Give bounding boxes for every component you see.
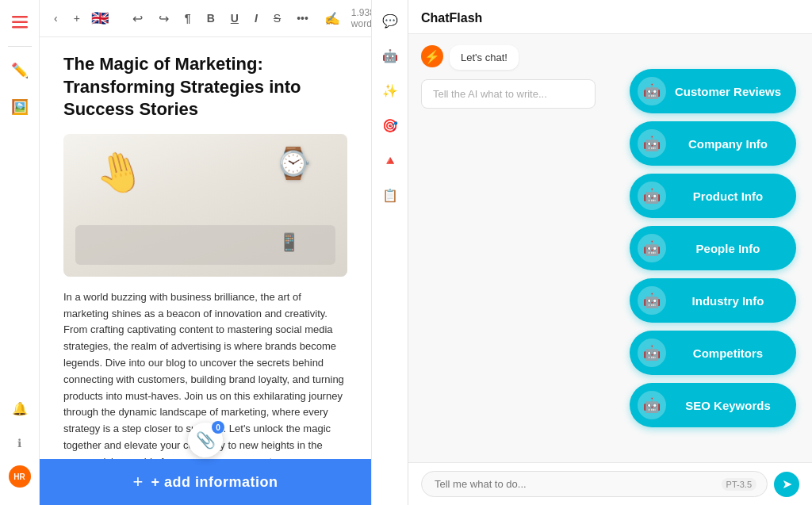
image-icon[interactable]: 🖼️ bbox=[7, 94, 33, 120]
pill-industry-info[interactable]: 🤖 Industry Info bbox=[630, 278, 796, 323]
chat-message-greeting: ⚡ Let's chat! bbox=[421, 45, 799, 70]
attachment-badge[interactable]: 📎 bbox=[188, 423, 223, 457]
more-options-button[interactable]: ••• bbox=[292, 9, 313, 28]
chatflash-title: ChatFlash bbox=[421, 11, 482, 25]
editor-toolbar: ‹ + 🇬🇧 ↩ ↪ ¶ B U I S ••• ✍ 1.938 words ⬇… bbox=[40, 0, 371, 37]
pill-customer-reviews[interactable]: 🤖 Customer Reviews bbox=[630, 69, 796, 113]
chat-area: ⚡ Let's chat! Tell the AI what to write.… bbox=[408, 34, 812, 462]
add-information-bar[interactable]: + + add information bbox=[40, 459, 371, 505]
cursor-icon[interactable]: 🎯 bbox=[377, 113, 403, 138]
redo-button[interactable]: ↪ bbox=[154, 8, 174, 29]
format-button[interactable]: ✍ bbox=[320, 8, 345, 29]
pill-label-0: Customer Reviews bbox=[674, 85, 782, 98]
add-tab-button[interactable]: + bbox=[69, 9, 85, 28]
chat-icon[interactable]: 💬 bbox=[377, 8, 403, 33]
hr-icon[interactable]: HR bbox=[9, 465, 31, 488]
shapes-icon[interactable]: 🔺 bbox=[377, 147, 403, 173]
paragraph-button[interactable]: ¶ bbox=[180, 9, 196, 28]
floating-pills-container: 🤖 Customer Reviews 🤖 Company Info 🤖 Prod… bbox=[630, 34, 812, 462]
robot-icon-3: 🤖 bbox=[638, 234, 666, 262]
chat-avatar: ⚡ bbox=[421, 45, 443, 67]
editor-right-toolbar: 💬 🤖 ✨ 🎯 🔺 📋 bbox=[371, 0, 408, 505]
menu-icon[interactable] bbox=[7, 10, 33, 35]
language-flag[interactable]: 🇬🇧 bbox=[91, 10, 109, 27]
strikethrough-button[interactable]: S bbox=[269, 9, 285, 28]
pill-company-info[interactable]: 🤖 Company Info bbox=[630, 121, 796, 166]
chatflash-panel: ChatFlash ⚡ Let's chat! Tell the AI what… bbox=[408, 0, 812, 505]
main-editor-area: ‹ + 🇬🇧 ↩ ↪ ¶ B U I S ••• ✍ 1.938 words ⬇… bbox=[40, 0, 371, 505]
article-title: The Magic of Marketing: Transforming Str… bbox=[63, 53, 347, 121]
robot-icon-4: 🤖 bbox=[638, 286, 666, 315]
pill-label-3: People Info bbox=[674, 242, 782, 255]
bold-button[interactable]: B bbox=[202, 9, 220, 28]
chat-bottom-bar: PT-3.5 ➤ bbox=[408, 462, 812, 505]
pill-label-1: Company Info bbox=[674, 137, 782, 151]
pill-seo-keywords[interactable]: 🤖 SEO Keywords bbox=[630, 383, 796, 427]
robot-icon-6: 🤖 bbox=[638, 391, 666, 419]
chatflash-header: ChatFlash bbox=[408, 0, 812, 34]
pill-product-info[interactable]: 🤖 Product Info bbox=[630, 174, 796, 218]
word-count: 1.938 words bbox=[351, 7, 371, 29]
left-sidebar: ✏️ 🖼️ 🔔 ℹ HR bbox=[0, 0, 40, 505]
robot-icon-1: 🤖 bbox=[638, 129, 666, 158]
clipboard-icon[interactable]: 📋 bbox=[377, 182, 403, 208]
keyboard-image: 🤚 ⌚ 📱 bbox=[63, 134, 347, 277]
pill-label-6: SEO Keywords bbox=[674, 399, 782, 412]
chat-greeting-bubble: Let's chat! bbox=[450, 45, 519, 70]
pill-competitors[interactable]: 🤖 Competitors bbox=[630, 331, 796, 375]
sidebar-divider-1 bbox=[8, 46, 32, 47]
svg-rect-0 bbox=[12, 16, 28, 18]
robot-icon-5: 🤖 bbox=[638, 339, 666, 367]
robot-icon-2: 🤖 bbox=[638, 182, 666, 210]
svg-rect-2 bbox=[12, 26, 28, 29]
sparkle-icon[interactable]: ✨ bbox=[377, 78, 403, 103]
gpt-badge: PT-3.5 bbox=[722, 478, 756, 491]
chat-write-prompt[interactable]: Tell the AI what to write... bbox=[421, 79, 596, 109]
send-button[interactable]: ➤ bbox=[774, 472, 799, 497]
clip-icon: 📎 bbox=[196, 430, 216, 450]
pill-label-5: Competitors bbox=[674, 346, 782, 360]
robot-icon[interactable]: 🤖 bbox=[377, 43, 403, 68]
chat-bottom-input[interactable] bbox=[421, 471, 768, 497]
undo-button[interactable]: ↩ bbox=[128, 8, 147, 29]
bell-icon[interactable]: 🔔 bbox=[7, 396, 33, 421]
italic-button[interactable]: I bbox=[250, 9, 262, 28]
pill-label-4: Industry Info bbox=[674, 294, 782, 308]
pen-icon[interactable]: ✏️ bbox=[7, 58, 33, 83]
robot-icon-0: 🤖 bbox=[638, 77, 666, 105]
back-button[interactable]: ‹ bbox=[49, 9, 63, 28]
info-icon[interactable]: ℹ bbox=[7, 430, 33, 456]
article-image: 🤚 ⌚ 📱 bbox=[63, 134, 347, 277]
add-info-label: + add information bbox=[151, 474, 278, 491]
pill-people-info[interactable]: 🤖 People Info bbox=[630, 226, 796, 270]
underline-button[interactable]: U bbox=[226, 9, 243, 28]
svg-rect-1 bbox=[12, 21, 28, 24]
pill-label-2: Product Info bbox=[674, 189, 782, 203]
